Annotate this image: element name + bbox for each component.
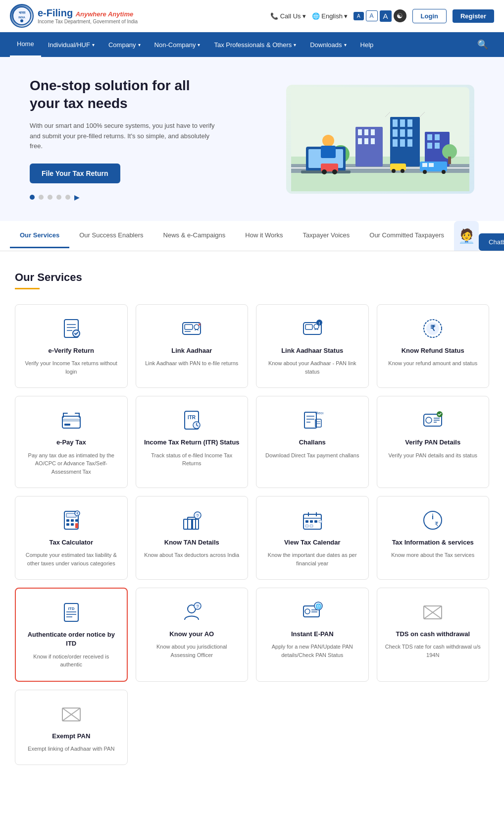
tab-success-enablers[interactable]: Our Success Enablers (69, 223, 153, 248)
top-header: भारत INDIA e-Filing Anywhere Anytime Inc… (0, 0, 504, 32)
svg-text:i: i (432, 513, 434, 521)
know-ao-icon: ? (180, 600, 203, 624)
carousel-dot-4[interactable] (56, 195, 61, 200)
svg-point-40 (322, 169, 327, 174)
svg-rect-33 (448, 157, 451, 164)
svg-rect-75 (304, 412, 316, 428)
link-aadhaar-name: Link Aadhaar (144, 346, 240, 355)
e-pay-tax-desc: Pay any tax due as intimated by the AO/C… (23, 451, 119, 476)
service-card-tax-calendar[interactable]: View Tax Calendar Know the important due… (256, 496, 369, 580)
tab-news[interactable]: News & e-Campaigns (153, 223, 236, 248)
service-card-e-verify-return[interactable]: e-Verify Return Verify your Income Tax r… (15, 304, 128, 388)
link-aadhaar-desc: Link Aadhaar with PAN to e-file returns (144, 359, 240, 368)
register-button[interactable]: Register (453, 9, 494, 23)
nav-item-non-company[interactable]: Non-Company ▾ (148, 33, 207, 56)
font-size-controls: A A A ☯ (353, 9, 406, 22)
svg-rect-11 (407, 119, 412, 127)
tax-calendar-icon (301, 508, 324, 532)
svg-rect-9 (393, 119, 398, 127)
service-card-tax-information[interactable]: i₹ Tax Information & services Know more … (377, 496, 490, 580)
service-card-link-aadhaar-status[interactable]: ! Link Aadhaar Status Know about your Aa… (256, 304, 369, 388)
font-large-button[interactable]: A (380, 10, 392, 22)
service-card-verify-pan[interactable]: Verify PAN Details Verify your PAN detai… (377, 396, 490, 488)
call-us-link[interactable]: 📞 Call Us ▾ (270, 12, 306, 20)
svg-point-41 (332, 169, 337, 174)
brand-name: e-Filing Anywhere Anytime (38, 7, 138, 19)
svg-rect-16 (400, 139, 405, 147)
chatbot-avatar: 🧑‍💼 (454, 221, 479, 251)
service-card-itr-status[interactable]: ITR Income Tax Return (ITR) Status Track… (136, 396, 249, 488)
services-grid: e-Verify Return Verify your Income Tax r… (15, 304, 489, 765)
department-name: Income Tax Department, Government of Ind… (38, 19, 138, 24)
contrast-toggle-button[interactable]: ☯ (394, 9, 406, 22)
tab-committed-taxpayers[interactable]: Our Committed Taxpayers (359, 223, 454, 248)
link-aadhaar-status-icon: ! (301, 317, 324, 340)
brand-tagline: Anywhere Anytime (76, 10, 134, 18)
carousel-dot-5[interactable] (65, 195, 70, 200)
know-tan-desc: Know about Tax deductors across India (144, 551, 240, 559)
service-card-instant-epan[interactable]: 🌐 Instant E-PAN Apply for a new PAN/Upda… (256, 588, 369, 681)
authenticate-order-desc: Know if notice/order received is authent… (24, 653, 119, 669)
font-small-button[interactable]: A (353, 12, 364, 20)
carousel-dot-2[interactable] (39, 195, 44, 200)
service-card-know-tan[interactable]: ? Know TAN Details Know about Tax deduct… (136, 496, 249, 580)
nav-item-company[interactable]: Company ▾ (101, 33, 148, 56)
carousel-next-arrow[interactable]: ▶ (74, 193, 80, 201)
nav-item-tax-professionals[interactable]: Tax Professionals & Others ▾ (207, 33, 303, 56)
file-tax-return-button[interactable]: File Your Tax Return (30, 164, 120, 183)
tax-information-desc: Know more about the Tax services (385, 551, 481, 559)
service-card-exempt-pan[interactable]: Exempt PAN Exempt linking of Aadhaar wit… (15, 690, 128, 766)
font-medium-button[interactable]: A (366, 10, 378, 21)
carousel-dot-1[interactable] (30, 195, 35, 200)
svg-text:₹: ₹ (430, 324, 436, 332)
service-card-link-aadhaar[interactable]: Link Aadhaar Link Aadhaar with PAN to e-… (136, 304, 249, 388)
svg-rect-94 (66, 523, 69, 526)
svg-point-3 (20, 19, 23, 22)
e-pay-tax-name: e-Pay Tax (23, 438, 119, 447)
svg-rect-95 (71, 523, 74, 526)
svg-rect-10 (400, 119, 405, 127)
authenticate-order-name: Authenticate order notice by ITD (24, 630, 119, 648)
refund-status-icon: ₹ (421, 317, 445, 340)
service-card-tds-cash[interactable]: TDS on cash withdrawal Check TDS rate fo… (377, 588, 490, 681)
svg-rect-21 (427, 143, 432, 149)
service-card-tax-calculator[interactable]: ₹ Tax Calculator Compute your estimated … (15, 496, 128, 580)
svg-rect-20 (435, 134, 440, 140)
svg-point-49 (442, 170, 446, 174)
e-verify-return-desc: Verify your Income Tax returns without l… (23, 359, 119, 376)
svg-rect-14 (407, 129, 412, 137)
tab-our-services[interactable]: Our Services (10, 223, 69, 248)
service-card-challans[interactable]: Receipt Challans Download Direct Tax pay… (256, 396, 369, 488)
nav-item-individual[interactable]: Individual/HUF ▾ (41, 33, 101, 56)
nav-item-home[interactable]: Home (10, 32, 41, 57)
login-button[interactable]: Login (412, 9, 447, 23)
carousel-dot-3[interactable] (48, 195, 52, 200)
tds-cash-desc: Check TDS rate for cash withdrawal u/s 1… (385, 643, 481, 659)
itr-status-icon: ITR (180, 408, 203, 432)
svg-rect-38 (321, 146, 336, 158)
service-card-refund-status[interactable]: ₹ Know Refund Status Know your refund am… (377, 304, 490, 388)
challans-icon: Receipt (301, 408, 324, 432)
tax-calendar-name: View Tax Calendar (264, 538, 360, 547)
service-card-know-ao[interactable]: ? Know your AO Know about you jurisdicti… (136, 588, 249, 681)
search-button[interactable]: 🔍 (471, 33, 494, 56)
nav-item-downloads[interactable]: Downloads ▾ (303, 33, 353, 56)
challans-desc: Download Direct Tax payment challans (264, 451, 360, 460)
service-card-e-pay-tax[interactable]: e-Pay Tax Pay any tax due as intimated b… (15, 396, 128, 488)
svg-rect-25 (364, 129, 368, 135)
e-verify-return-name: e-Verify Return (23, 346, 119, 355)
hero-illustration (286, 85, 474, 194)
tax-calculator-name: Tax Calculator (23, 538, 119, 547)
itr-status-name: Income Tax Return (ITR) Status (144, 438, 240, 447)
itr-status-desc: Track status of e-filed Income Tax Retur… (144, 451, 240, 468)
tab-how-it-works[interactable]: How it Works (235, 223, 293, 248)
svg-rect-17 (407, 139, 412, 147)
svg-rect-12 (393, 129, 398, 137)
nav-item-help[interactable]: Help (353, 33, 381, 56)
service-card-authenticate-order[interactable]: ITD Authenticate order notice by ITD Kno… (15, 588, 128, 681)
tab-taxpayer-voices[interactable]: Taxpayer Voices (293, 223, 360, 248)
chatbot-button[interactable]: Chatbot (479, 233, 504, 251)
services-section-title: Our Services (15, 271, 489, 284)
svg-rect-13 (400, 129, 405, 137)
language-selector[interactable]: 🌐 English ▾ (312, 12, 348, 20)
